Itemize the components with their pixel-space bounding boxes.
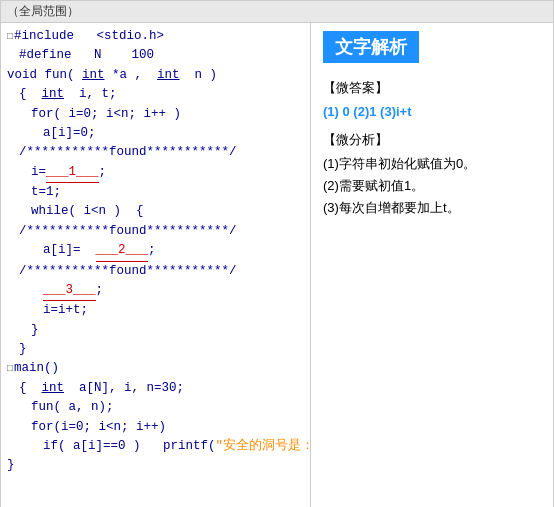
blank-3: ___3___ (43, 281, 96, 301)
code-text: ; (148, 241, 156, 260)
code-line: { int i, t; (7, 85, 304, 104)
micro-answer-label: 【微答案】 (323, 79, 541, 97)
code-line: /***********found***********/ (7, 143, 304, 162)
code-text: ; (99, 163, 107, 182)
analysis-item-3: (3)每次自增都要加上t。 (323, 197, 541, 219)
code-text: while( i<n ) { (31, 202, 144, 221)
code-line: /***********found***********/ (7, 222, 304, 241)
code-text: "安全的洞号是： %d\n" (216, 437, 311, 456)
code-text: fun( a, n); (31, 398, 114, 417)
code-line: i=___1___; (7, 163, 304, 183)
code-text: { (19, 379, 42, 398)
code-text: main() (14, 359, 59, 378)
code-line: } (7, 321, 304, 340)
code-text: a[i]=0; (43, 124, 96, 143)
top-bar-label: （全局范围） (7, 4, 79, 18)
code-text: int (157, 66, 180, 85)
code-text: int (42, 379, 65, 398)
code-line: a[i]=0; (7, 124, 304, 143)
code-line: □#include <stdio.h> (7, 27, 304, 46)
micro-analysis-items: (1)字符串初始化赋值为0。 (2)需要赋初值1。 (3)每次自增都要加上t。 (323, 153, 541, 219)
code-text: t=1; (31, 183, 61, 202)
code-text: for(i=0; i<n; i++) (31, 418, 166, 437)
right-panel: 文字解析 【微答案】 (1) 0 (2)1 (3)i+t 【微分析】 (1)字符… (311, 23, 553, 507)
code-line: /***********found***********/ (7, 262, 304, 281)
micro-analysis-label: 【微分析】 (323, 131, 541, 149)
code-line: if( a[i]==0 ) printf("安全的洞号是： %d\n", i )… (7, 437, 304, 456)
code-text: { (19, 85, 42, 104)
code-line: a[i]= ___2___; (7, 241, 304, 261)
code-text: void fun( (7, 66, 82, 85)
code-text: a[i]= (43, 241, 96, 260)
fold-icon[interactable]: □ (7, 28, 13, 44)
code-text: } (31, 321, 39, 340)
code-text: #include <stdio.h> (14, 27, 164, 46)
blank-1: ___1___ (46, 163, 99, 183)
code-text: } (19, 340, 27, 359)
micro-answer-section: 【微答案】 (1) 0 (2)1 (3)i+t (323, 79, 541, 123)
code-line: #define N 100 (7, 46, 304, 65)
code-line: t=1; (7, 183, 304, 202)
code-line: for( i=0; i<n; i++ ) (7, 105, 304, 124)
fold-icon[interactable]: □ (7, 360, 13, 376)
code-text: /***********found***********/ (19, 222, 237, 241)
code-panel: □#include <stdio.h> #define N 100 void f… (1, 23, 311, 507)
micro-analysis-section: 【微分析】 (1)字符串初始化赋值为0。 (2)需要赋初值1。 (3)每次自增都… (323, 131, 541, 219)
code-text: *a , (105, 66, 158, 85)
code-text: i= (31, 163, 46, 182)
code-text: i, t; (64, 85, 117, 104)
code-text: #define N 100 (19, 46, 154, 65)
code-line: fun( a, n); (7, 398, 304, 417)
code-text: } (7, 456, 15, 475)
code-text: i=i+t; (43, 301, 88, 320)
code-line: while( i<n ) { (7, 202, 304, 221)
code-line: } (7, 456, 304, 475)
code-line: } (7, 340, 304, 359)
code-text: n ) (180, 66, 218, 85)
blank-2: ___2___ (96, 241, 149, 261)
code-line: i=i+t; (7, 301, 304, 320)
panel-title: 文字解析 (323, 31, 419, 63)
code-text: int (42, 85, 65, 104)
top-bar: （全局范围） (0, 0, 554, 23)
code-line: { int a[N], i, n=30; (7, 379, 304, 398)
code-line: void fun( int *a , int n ) (7, 66, 304, 85)
code-text: /***********found***********/ (19, 143, 237, 162)
code-line: ___3___; (7, 281, 304, 301)
code-text: ; (96, 281, 104, 300)
analysis-item-1: (1)字符串初始化赋值为0。 (323, 153, 541, 175)
code-text: if( a[i]==0 ) printf( (43, 437, 216, 456)
code-line: □main() (7, 359, 304, 378)
code-text: a[N], i, n=30; (64, 379, 184, 398)
analysis-item-2: (2)需要赋初值1。 (323, 175, 541, 197)
code-text: /***********found***********/ (19, 262, 237, 281)
code-text: for( i=0; i<n; i++ ) (31, 105, 181, 124)
code-line: for(i=0; i<n; i++) (7, 418, 304, 437)
micro-answer-content: (1) 0 (2)1 (3)i+t (323, 101, 541, 123)
code-text: int (82, 66, 105, 85)
